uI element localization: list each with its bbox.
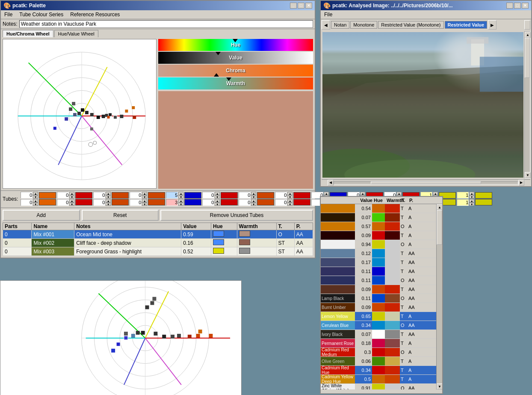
tube-8-top-up[interactable]: ▲ <box>287 192 293 195</box>
table-row[interactable]: 0 Mix #002 Cliff face - deep shadow 0.16… <box>3 239 313 247</box>
reset-button[interactable]: Reset <box>82 210 159 221</box>
tube-1-top-input[interactable] <box>21 192 33 199</box>
tube-7-color[interactable] <box>257 192 274 205</box>
tube-5-bot-input[interactable] <box>166 199 178 206</box>
hscroll-thumb[interactable] <box>371 181 481 184</box>
color-vscroll-thumb[interactable] <box>437 210 442 245</box>
tube-3-bot-input[interactable] <box>93 199 105 206</box>
vscroll-area[interactable] <box>524 20 530 30</box>
tube-3-color[interactable] <box>112 192 129 205</box>
hscroll-left-btn[interactable]: ◀ <box>328 180 334 186</box>
image-vscrollbar[interactable]: ▲ ▼ <box>524 31 530 178</box>
tube-7-top-up[interactable]: ▲ <box>251 192 256 195</box>
tube-3-top-down[interactable]: ▼ <box>106 195 111 199</box>
tube-3-top-input[interactable] <box>93 192 105 199</box>
tube-13-bot-down[interactable]: ▼ <box>469 202 474 206</box>
warmth-slider[interactable]: Warmth <box>158 77 313 89</box>
tube-2-top-up[interactable]: ▲ <box>69 192 74 195</box>
list-item[interactable]: 0.12 T AA <box>321 249 436 258</box>
maximize-btn[interactable]: □ <box>298 3 304 9</box>
analysed-close-btn[interactable]: ✕ <box>522 3 529 9</box>
tube-1-bot-up[interactable]: ▲ <box>33 199 38 202</box>
tab-notan[interactable]: Notan <box>331 21 349 29</box>
hscroll-right-btn[interactable]: ▶ <box>518 180 524 186</box>
tube-3-bot-down[interactable]: ▼ <box>106 202 111 206</box>
tube-5-color[interactable] <box>184 192 201 205</box>
tube-5-bot-down[interactable]: ▼ <box>178 202 183 206</box>
tube-5-top-input[interactable] <box>166 192 178 199</box>
tube-7-bot-down[interactable]: ▼ <box>251 202 256 206</box>
tube-13-bot-input[interactable] <box>457 199 469 206</box>
color-vscroll-down[interactable]: ▼ <box>437 383 442 389</box>
tube-5-top-down[interactable]: ▼ <box>178 195 183 199</box>
tube-7-bot-input[interactable] <box>239 199 251 206</box>
menu-tube-colour-series[interactable]: Tube Colour Series <box>18 11 65 18</box>
list-item-cadmium-yellow-deep-hue[interactable]: Cadmium Yellow Deep Hue 0.5 T A <box>321 375 436 384</box>
tube-12-top-up[interactable]: ▲ <box>433 192 438 195</box>
table-row[interactable]: 0 Mix #001 Ocean Mid tone 0.59 O AA <box>3 230 313 239</box>
list-item-permanent-rose[interactable]: Permanent Rose 0.18 T A <box>321 339 436 348</box>
tube-9-top-up[interactable]: ▲ <box>324 192 329 195</box>
tube-4-bot-down[interactable]: ▼ <box>142 202 147 206</box>
tube-13-top-up[interactable]: ▲ <box>469 192 474 195</box>
chroma-slider[interactable]: Chroma <box>158 65 313 77</box>
scroll-thumb[interactable] <box>525 38 530 78</box>
hue-slider[interactable]: Hue <box>158 39 313 51</box>
tube-7-bot-up[interactable]: ▲ <box>251 199 256 202</box>
tube-3-bot-up[interactable]: ▲ <box>106 199 111 202</box>
list-item[interactable]: 0.11 O AA <box>321 276 436 285</box>
list-item[interactable]: 0.94 O A <box>321 240 436 249</box>
value-slider[interactable]: Value <box>158 52 313 64</box>
list-item[interactable]: 0.07 T A <box>321 213 436 222</box>
tube-10-top-up[interactable]: ▲ <box>360 192 365 195</box>
tube-4-bot-input[interactable] <box>130 199 142 206</box>
list-item[interactable]: 0.17 T AA <box>321 258 436 267</box>
tube-2-bot-up[interactable]: ▲ <box>69 199 74 202</box>
tube-5-top-up[interactable]: ▲ <box>178 192 183 195</box>
list-item[interactable]: 0.09 T A <box>321 231 436 240</box>
table-row[interactable]: 0 Mix #003 Foreground Grass - highlight … <box>3 247 313 256</box>
tube-6-top-up[interactable]: ▲ <box>215 192 220 195</box>
menu-file[interactable]: File <box>3 11 14 18</box>
tube-8-top-down[interactable]: ▼ <box>287 195 293 199</box>
tube-8-top-input[interactable] <box>275 192 287 199</box>
tube-2-bot-down[interactable]: ▼ <box>69 202 74 206</box>
list-item-cadmium-red-hue[interactable]: Cadmium Red Hue 0.34 T A <box>321 366 436 375</box>
tube-1-bot-input[interactable] <box>21 199 33 206</box>
analysed-maximize-btn[interactable]: □ <box>514 3 521 9</box>
menu-reference-resources[interactable]: Reference Resources <box>68 11 121 18</box>
tube-8-color[interactable] <box>293 192 310 205</box>
color-vscroll-up[interactable]: ▲ <box>437 204 442 210</box>
tube-4-bot-up[interactable]: ▲ <box>142 199 147 202</box>
tube-7-top-down[interactable]: ▼ <box>251 195 256 199</box>
tube-6-top-down[interactable]: ▼ <box>215 195 220 199</box>
tube-8-bot-input[interactable] <box>275 199 287 206</box>
list-item[interactable]: 0.09 T AA <box>321 285 436 294</box>
scroll-up-btn[interactable]: ▲ <box>525 32 531 38</box>
tube-13-top-down[interactable]: ▼ <box>469 195 474 199</box>
tube-11-top-up[interactable]: ▲ <box>396 192 402 195</box>
analysed-menu-file[interactable]: File <box>322 11 334 18</box>
image-hscrollbar[interactable]: ◀ ▶ <box>322 179 530 185</box>
tab-restricted-value[interactable]: Restricted Value <box>445 21 488 29</box>
tube-13-color[interactable] <box>475 192 492 205</box>
tube-3-top-up[interactable]: ▲ <box>106 192 111 195</box>
tube-8-bot-down[interactable]: ▼ <box>287 202 293 206</box>
tab-monotone[interactable]: Monotone <box>350 21 377 29</box>
tab-next-arrow[interactable]: ▶ <box>488 20 497 30</box>
tube-13-bot-up[interactable]: ▲ <box>469 199 474 202</box>
close-btn[interactable]: ✕ <box>305 3 312 9</box>
tube-4-color[interactable] <box>148 192 165 205</box>
tube-6-bot-up[interactable]: ▲ <box>215 199 220 202</box>
tube-2-top-down[interactable]: ▼ <box>69 195 74 199</box>
list-item-lemon-yellow[interactable]: Lemon Yellow 0.65 T A <box>321 312 436 321</box>
tab-hue-chroma[interactable]: Hue/Chroma Wheel <box>3 30 53 37</box>
notes-input[interactable] <box>19 20 313 28</box>
remove-unused-button[interactable]: Remove Unused Tubes <box>160 210 313 221</box>
scroll-down-btn[interactable]: ▼ <box>525 172 531 178</box>
color-list-vscrollbar[interactable]: ▲ ▼ <box>436 204 442 389</box>
tube-2-bot-input[interactable] <box>57 199 69 206</box>
list-item-zinc-white[interactable]: Zinc White (Mixing White) 0.91 O AA <box>321 384 436 389</box>
list-item[interactable]: 0.57 O A <box>321 222 436 231</box>
list-item-cadmium-red-medium[interactable]: Cadmium Red Medium 0.3 O A <box>321 348 436 357</box>
